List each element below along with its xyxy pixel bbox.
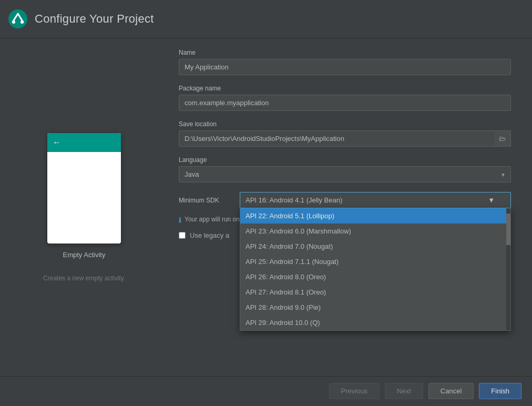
package-label: Package name <box>179 85 511 92</box>
next-button[interactable]: Next <box>385 383 423 399</box>
info-icon: ℹ <box>179 216 181 224</box>
sdk-select-container: API 16: Android 4.1 (Jelly Bean) ▼ API 2… <box>240 192 511 208</box>
save-location-input-wrapper: 🗁 <box>179 130 511 147</box>
sdk-dropdown-scrollbar[interactable] <box>506 208 510 330</box>
footer: Previous Next Cancel Finish <box>0 376 532 405</box>
back-arrow-icon: ← <box>53 138 61 147</box>
sdk-option-1[interactable]: API 23: Android 6.0 (Marshmallow) <box>240 224 510 239</box>
sdk-option-0[interactable]: API 22: Android 5.1 (Lollipop) <box>240 208 510 224</box>
sdk-option-2[interactable]: API 24: Android 7.0 (Nougat) <box>240 239 510 254</box>
sdk-option-4[interactable]: API 26: Android 8.0 (Oreo) <box>240 269 510 285</box>
main-content: ← Empty Activity Creates a new empty act… <box>0 38 532 376</box>
language-group: Language Java Kotlin ▼ <box>179 156 511 182</box>
name-input[interactable] <box>179 59 511 75</box>
sdk-current-value: API 16: Android 4.1 (Jelly Bean) <box>245 196 342 204</box>
language-label: Language <box>179 156 511 164</box>
legacy-label: Use legacy a <box>190 231 229 239</box>
sdk-option-6[interactable]: API 28: Android 9.0 (Pie) <box>240 300 510 315</box>
header: Configure Your Project <box>0 0 532 38</box>
left-panel: ← Empty Activity Creates a new empty act… <box>0 38 168 376</box>
app-logo <box>8 9 27 28</box>
package-input[interactable] <box>179 95 511 111</box>
phone-preview: ← <box>47 133 121 243</box>
sdk-option-5[interactable]: API 27: Android 8.1 (Oreo) <box>240 285 510 300</box>
sdk-dropdown-list: API 22: Android 5.1 (Lollipop) API 23: A… <box>240 208 511 331</box>
sdk-scrollbar-thumb <box>506 214 510 245</box>
activity-sublabel: Creates a new empty activity. <box>33 275 136 282</box>
right-panel: Name Package name Save location 🗁 Langua… <box>168 38 532 376</box>
cancel-button[interactable]: Cancel <box>428 383 474 399</box>
package-group: Package name <box>179 85 511 111</box>
folder-icon: 🗁 <box>499 135 506 143</box>
svg-point-1 <box>12 21 15 24</box>
save-location-input[interactable] <box>179 130 511 147</box>
sdk-select-box[interactable]: API 16: Android 4.1 (Jelly Bean) ▼ <box>240 192 511 208</box>
sdk-option-3[interactable]: API 25: Android 7.1.1 (Nougat) <box>240 254 510 269</box>
svg-point-2 <box>21 21 24 24</box>
language-select[interactable]: Java Kotlin <box>179 166 511 182</box>
save-location-group: Save location 🗁 <box>179 120 511 147</box>
sdk-dropdown-arrow-icon: ▼ <box>488 196 495 204</box>
sdk-label: Minimum SDK <box>179 197 231 204</box>
language-select-wrapper: Java Kotlin ▼ <box>179 166 511 182</box>
save-location-label: Save location <box>179 120 511 128</box>
previous-button[interactable]: Previous <box>329 383 380 399</box>
sdk-option-7[interactable]: API 29: Android 10.0 (Q) <box>240 315 510 330</box>
browse-folder-button[interactable]: 🗁 <box>494 130 511 147</box>
name-label: Name <box>179 49 511 56</box>
phone-top-bar: ← <box>47 133 121 152</box>
name-group: Name <box>179 49 511 75</box>
finish-button[interactable]: Finish <box>479 383 521 399</box>
page-title: Configure Your Project <box>35 12 154 26</box>
legacy-checkbox[interactable] <box>179 232 186 239</box>
svg-point-0 <box>8 9 27 28</box>
sdk-row: Minimum SDK API 16: Android 4.1 (Jelly B… <box>179 192 511 208</box>
activity-label: Empty Activity <box>63 251 106 259</box>
